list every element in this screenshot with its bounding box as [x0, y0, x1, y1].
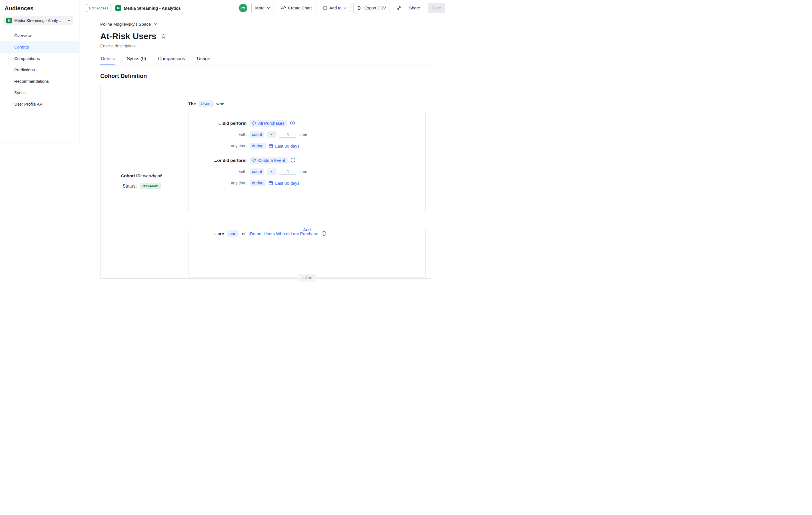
status-row: Status: DYNAMIC	[122, 183, 161, 189]
page-content: Polina Mogilevsky's Space At-Risk Users …	[80, 22, 448, 283]
more-button[interactable]: More	[251, 3, 274, 13]
calendar-icon	[268, 144, 273, 148]
create-chart-button[interactable]: Create Chart	[277, 3, 316, 13]
clause-row: any time during Last 30 days	[188, 142, 425, 150]
create-chart-label: Create Chart	[288, 6, 312, 10]
avatar[interactable]: PM	[239, 4, 247, 12]
main-area: Edit Access M Media Streaming - Analytic…	[80, 0, 448, 283]
status-label: Status:	[122, 184, 137, 189]
space-selector[interactable]: Polina Mogilevsky's Space	[100, 22, 157, 27]
description-placeholder[interactable]: Enter a description...	[100, 44, 431, 50]
copy-link-button[interactable]	[393, 3, 405, 13]
share-group: Share	[393, 3, 424, 13]
part-dropdown[interactable]: part	[227, 231, 239, 237]
add-to-label: Add to	[329, 6, 342, 10]
date-range-picker[interactable]: Last 30 days	[268, 181, 299, 186]
share-button[interactable]: Share	[405, 3, 424, 13]
clause-row: with count >= time	[188, 130, 425, 139]
count-dropdown[interactable]: count	[250, 131, 264, 138]
chevron-down-icon	[267, 7, 270, 9]
project-title: Media Streaming - Analytics	[124, 6, 181, 10]
clause-row: ...did perform All Purchases	[188, 119, 425, 127]
sidebar-item-syncs[interactable]: Syncs	[0, 87, 79, 98]
event-dropdown[interactable]: All Purchases	[250, 120, 287, 127]
are-label: ...are	[214, 231, 224, 236]
sidebar-item-user-profile-api[interactable]: User Profile API	[0, 98, 79, 110]
page-title: At-Risk Users	[100, 31, 156, 41]
date-range-label: Last 30 days	[275, 181, 299, 186]
info-icon[interactable]	[290, 120, 295, 126]
sidebar-item-predictions[interactable]: Predictions	[0, 64, 79, 75]
operator-dropdown[interactable]: >=	[267, 131, 277, 138]
during-dropdown[interactable]: during	[250, 180, 266, 186]
save-button[interactable]: Save	[428, 3, 445, 13]
star-icon[interactable]	[161, 34, 166, 39]
event-name: All Purchases	[258, 121, 285, 126]
info-icon[interactable]	[321, 231, 326, 236]
calendar-icon	[268, 181, 273, 185]
during-dropdown[interactable]: during	[250, 143, 266, 149]
sidebar: Audiences M Media Streaming - Analy... O…	[0, 0, 79, 142]
event-icon	[252, 121, 257, 125]
and-connector[interactable]: And	[299, 227, 315, 232]
with-label: with	[188, 132, 246, 137]
operator-dropdown[interactable]: >=	[267, 169, 277, 175]
clause-row: ...or did perform Custom Event	[188, 156, 425, 164]
cohort-id-label: Cohort ID:	[121, 173, 142, 178]
space-name: Polina Mogilevsky's Space	[100, 22, 151, 27]
date-range-label: Last 30 days	[275, 144, 299, 148]
project-selector[interactable]: M Media Streaming - Analy...	[3, 16, 74, 25]
add-clause-button[interactable]: + Add	[298, 274, 316, 281]
membership-clause-box: And ...are part of [Demo] Users Who did …	[188, 231, 426, 277]
project-name: Media Streaming - Analy...	[14, 18, 65, 23]
or-did-perform-label: ...or did perform	[188, 158, 246, 163]
tab-comparisons[interactable]: Comparisons	[157, 54, 185, 65]
more-label: More	[255, 6, 265, 10]
time-label: time	[299, 169, 307, 174]
subject-row: The Users who	[188, 100, 426, 107]
did-perform-label: ...did perform	[188, 121, 246, 126]
time-label: time	[299, 132, 307, 137]
count-value-input[interactable]	[279, 131, 296, 138]
sidebar-title: Audiences	[5, 5, 75, 12]
event-name: Custom Event	[258, 158, 285, 163]
export-csv-label: Export CSV	[364, 6, 386, 10]
subject-dropdown[interactable]: Users	[199, 100, 214, 107]
export-icon	[357, 6, 362, 10]
tab-details[interactable]: Details	[100, 54, 115, 65]
date-range-picker[interactable]: Last 30 days	[268, 144, 299, 148]
chevron-down-icon	[68, 20, 70, 22]
add-to-button[interactable]: Add to	[319, 3, 351, 13]
count-value-input[interactable]	[279, 169, 296, 175]
info-icon[interactable]	[290, 158, 296, 163]
edit-access-button[interactable]: Edit Access	[86, 4, 111, 12]
sidebar-item-computations[interactable]: Computations	[0, 53, 79, 64]
event-dropdown[interactable]: Custom Event	[250, 157, 288, 164]
cohort-id-row: Cohort ID: wqhzkpn6	[121, 173, 162, 178]
chevron-down-icon	[154, 23, 157, 25]
status-badge: DYNAMIC	[140, 183, 161, 189]
project-initial-icon: M	[6, 18, 12, 23]
cohort-definition-card: Cohort ID: wqhzkpn6 Status: DYNAMIC The …	[100, 84, 431, 279]
of-label: of	[242, 231, 245, 236]
sidebar-item-overview[interactable]: Overview	[0, 30, 79, 41]
sidebar-nav: Overview Cohorts Computations Prediction…	[0, 30, 79, 110]
event-icon	[252, 158, 257, 162]
tab-usage[interactable]: Usage	[197, 54, 211, 65]
tab-syncs[interactable]: Syncs (0)	[126, 54, 147, 65]
cohort-id-value: wqhzkpn6	[143, 173, 163, 178]
tab-bar: Details Syncs (0) Comparisons Usage	[100, 54, 431, 65]
who-label: who	[216, 101, 225, 106]
performed-clause-box: ...did perform All Purchases	[188, 113, 426, 212]
count-dropdown[interactable]: count	[250, 169, 264, 175]
with-label: with	[188, 169, 246, 174]
sidebar-item-cohorts[interactable]: Cohorts	[0, 41, 79, 53]
top-toolbar: Edit Access M Media Streaming - Analytic…	[80, 0, 448, 16]
section-heading: Cohort Definition	[100, 73, 431, 79]
chevron-down-icon	[344, 7, 346, 9]
export-csv-button[interactable]: Export CSV	[353, 3, 390, 13]
definition-builder: The Users who ...did perform	[183, 84, 431, 278]
sidebar-item-recommendations[interactable]: Recommendations	[0, 75, 79, 87]
clause-row: ...are part of [Demo] Users Who did not …	[214, 231, 425, 237]
plus-circle-icon	[323, 6, 327, 10]
